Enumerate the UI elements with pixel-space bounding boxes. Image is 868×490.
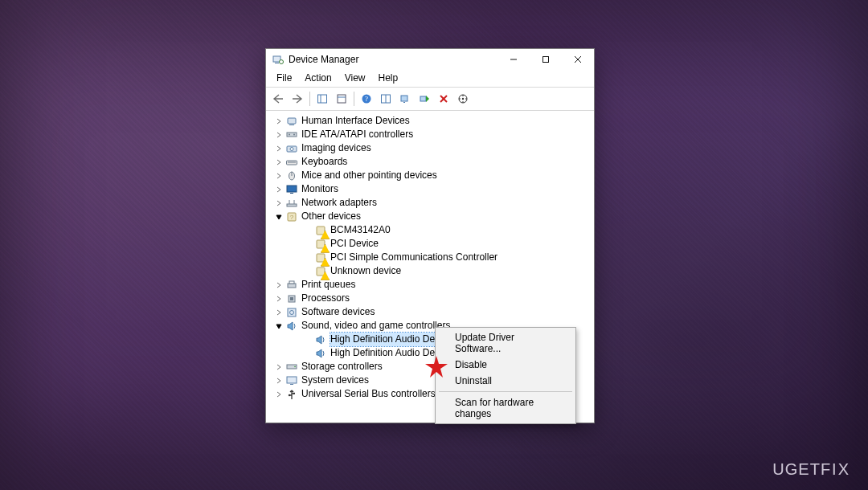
sound-icon (314, 347, 327, 360)
forward-button[interactable] (289, 90, 306, 108)
minimize-button[interactable] (497, 49, 530, 70)
context-disable[interactable]: Disable (437, 357, 574, 373)
expander-icon[interactable] (274, 171, 284, 181)
tree-item[interactable]: Software devices (269, 305, 594, 319)
show-hide-tree-button[interactable] (313, 90, 331, 108)
tree-item[interactable]: Mice and other pointing devices (269, 169, 594, 182)
svg-rect-17 (420, 96, 426, 101)
expander-icon[interactable] (274, 376, 284, 386)
network-icon (285, 197, 298, 210)
expander-icon[interactable] (274, 294, 284, 304)
svg-rect-33 (287, 186, 297, 192)
svg-point-2 (280, 60, 284, 64)
expander-icon[interactable] (274, 157, 284, 167)
svg-rect-1 (275, 63, 279, 63)
warn-icon (314, 265, 327, 278)
tree-item[interactable]: Network adapters (269, 196, 594, 210)
menu-action[interactable]: Action (299, 71, 337, 84)
context-divider (439, 391, 572, 392)
tree-item-label: Other devices (301, 210, 362, 223)
svg-rect-4 (543, 57, 549, 63)
warn-icon (314, 251, 327, 264)
svg-rect-40 (317, 227, 325, 235)
menu-file[interactable]: File (271, 71, 297, 84)
tree-item[interactable]: BCM43142A0 (269, 223, 594, 237)
expander-icon[interactable] (274, 362, 284, 372)
expander-icon[interactable] (274, 130, 284, 140)
svg-rect-23 (289, 125, 294, 125)
scan-button[interactable] (377, 90, 395, 108)
storage-icon (285, 361, 298, 374)
expander-icon[interactable] (274, 198, 284, 208)
software-icon (285, 306, 298, 319)
tree-item-label: Human Interface Devices (301, 114, 411, 128)
tree-item[interactable]: Human Interface Devices (269, 114, 594, 128)
tree-item-label: Mice and other pointing devices (301, 169, 439, 182)
uninstall-button[interactable] (435, 90, 452, 108)
svg-rect-43 (317, 267, 325, 276)
update-driver-button[interactable] (396, 90, 414, 108)
tree-item[interactable]: ?Other devices (269, 210, 594, 223)
hid-icon (285, 115, 298, 128)
context-update-driver[interactable]: Update Driver Software... (437, 329, 574, 357)
tree-item[interactable]: PCI Device (269, 237, 594, 251)
imaging-icon (285, 142, 298, 155)
watermark-text: UGETFIX (772, 460, 850, 479)
expander-icon[interactable] (274, 280, 284, 290)
tree-item[interactable]: Keyboards (269, 155, 594, 169)
monitor-icon (285, 183, 298, 196)
tree-item-label: Imaging devices (301, 141, 373, 155)
tree-item[interactable]: Imaging devices (269, 141, 594, 155)
titlebar[interactable]: Device Manager (266, 49, 594, 70)
tree-item-label: IDE ATA/ATAPI controllers (301, 128, 415, 141)
enable-button[interactable] (416, 90, 433, 108)
context-menu: Update Driver Software... Disable Uninst… (435, 327, 576, 424)
system-icon (285, 374, 298, 387)
maximize-button[interactable] (530, 49, 562, 70)
properties-button[interactable] (333, 90, 350, 108)
scan-hardware-button[interactable] (454, 90, 472, 108)
expander-icon[interactable] (274, 212, 284, 222)
svg-rect-48 (288, 308, 296, 316)
svg-text:?: ? (365, 95, 368, 103)
context-uninstall[interactable]: Uninstall (437, 373, 574, 389)
svg-rect-35 (287, 204, 297, 206)
expander-icon[interactable] (274, 144, 284, 153)
menu-help[interactable]: Help (373, 71, 404, 84)
svg-rect-15 (401, 96, 407, 101)
tree-item[interactable]: Monitors (269, 182, 594, 196)
tree-item-label: PCI Simple Communications Controller (330, 251, 499, 264)
tree-item[interactable]: Processors (269, 292, 594, 305)
tree-item-label: Network adapters (301, 196, 379, 210)
svg-marker-56 (425, 356, 448, 378)
svg-point-28 (290, 147, 293, 150)
close-button[interactable] (562, 49, 594, 70)
context-scan-hardware[interactable]: Scan for hardware changes (437, 394, 574, 422)
expander-icon[interactable] (274, 390, 284, 399)
expander-icon[interactable] (274, 116, 284, 126)
svg-rect-24 (287, 133, 297, 137)
help-button[interactable]: ? (358, 90, 375, 108)
tree-item[interactable]: Unknown device (269, 264, 594, 278)
printer-icon (285, 279, 298, 292)
back-button[interactable] (269, 90, 287, 108)
tree-item-label: Sound, video and game controllers (301, 319, 452, 333)
expander-icon[interactable] (274, 185, 284, 194)
tree-item[interactable]: PCI Simple Communications Controller (269, 251, 594, 264)
tree-item-label: Universal Serial Bus controllers (301, 387, 437, 401)
window-title: Device Manager (289, 54, 358, 65)
svg-rect-7 (318, 95, 327, 103)
menu-view[interactable]: View (339, 71, 371, 84)
svg-point-26 (293, 133, 295, 135)
svg-text:?: ? (290, 214, 294, 221)
svg-rect-45 (289, 281, 294, 284)
tree-item[interactable]: IDE ATA/ATAPI controllers (269, 128, 594, 141)
toolbar: ? (266, 87, 594, 111)
keyboard-icon (285, 156, 298, 169)
tree-item[interactable]: Print queues (269, 278, 594, 292)
expander-icon[interactable] (274, 321, 284, 331)
tree-item-label: PCI Device (330, 237, 380, 251)
expander-icon[interactable] (274, 308, 284, 317)
svg-rect-53 (290, 384, 293, 385)
tree-item-label: BCM43142A0 (330, 223, 392, 237)
